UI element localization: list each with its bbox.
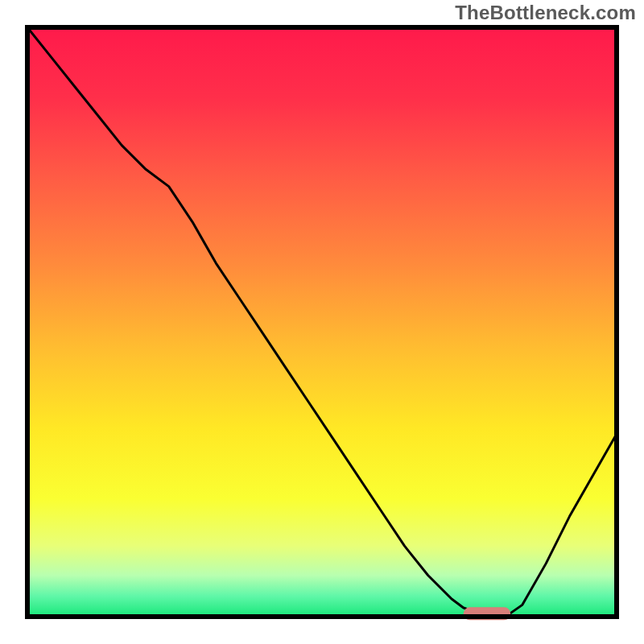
plot-area <box>27 27 617 620</box>
gradient-background <box>27 27 617 617</box>
chart-stage: TheBottleneck.com <box>0 0 644 644</box>
bottleneck-chart <box>0 0 644 644</box>
